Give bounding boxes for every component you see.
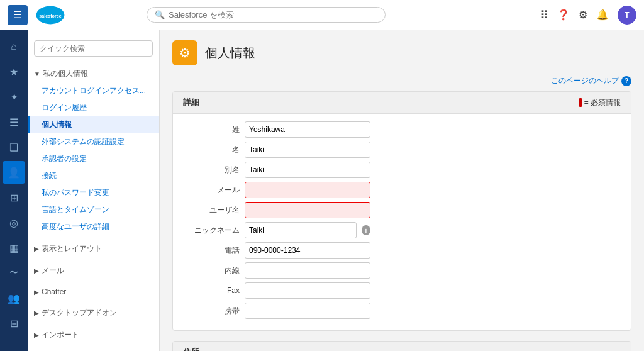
salesforce-logo: salesforce — [35, 4, 65, 26]
value-mobile[interactable] — [245, 303, 370, 319]
input-username[interactable] — [245, 202, 370, 218]
label-first-name: 名 — [183, 145, 240, 155]
global-search-input[interactable] — [169, 10, 377, 20]
required-bar-icon — [579, 98, 582, 107]
chevron-right-icon-3: ▶ — [34, 289, 39, 296]
chevron-down-icon: ▼ — [34, 70, 40, 77]
nav-section-display-header[interactable]: ▶ 表示とレイアウト — [28, 240, 159, 257]
input-nickname[interactable] — [245, 222, 357, 238]
nav-section-display: ▶ 表示とレイアウト — [28, 238, 159, 260]
label-email: メール — [183, 185, 240, 196]
value-alias[interactable] — [245, 162, 370, 178]
label-alias: 別名 — [183, 165, 240, 176]
nav-icon-trophy[interactable]: ★ — [3, 60, 25, 83]
nav-item-external-auth[interactable]: 外部システムの認証設定 — [28, 133, 159, 150]
user-avatar[interactable]: T — [618, 6, 636, 25]
input-first-name[interactable] — [245, 142, 370, 158]
nav-section-import-header[interactable]: ▶ インポート — [28, 326, 159, 343]
gear-icon-header: ⚙ — [172, 40, 197, 65]
nav-icon-db[interactable]: ⊟ — [3, 312, 25, 335]
help-icon[interactable]: ❓ — [557, 9, 570, 21]
nav-icon-target[interactable]: ◎ — [3, 211, 25, 234]
nav-section-desktop-header[interactable]: ▶ デスクトップアドオン — [28, 304, 159, 321]
nav-icon-star[interactable]: ✦ — [3, 86, 25, 108]
nav-section-import: ▶ インポート — [28, 324, 159, 346]
required-note-text: = 必須情報 — [584, 98, 621, 108]
settings-icon[interactable]: ⚙ — [579, 9, 587, 21]
page-help-link[interactable]: このページのヘルプ ? — [172, 75, 631, 86]
value-ext[interactable] — [245, 262, 370, 279]
field-row-nickname: ニックネーム i — [183, 222, 621, 238]
nav-section-desktop-label: デスクトップアドオン — [42, 308, 117, 318]
label-mobile: 携帯 — [183, 306, 240, 316]
nav-section-personal-label: 私の個人情報 — [43, 69, 88, 79]
nav-icon-list[interactable]: ☰ — [3, 111, 25, 133]
chevron-right-icon-2: ▶ — [34, 267, 39, 274]
nav-item-approver-settings[interactable]: 承認者の設定 — [28, 150, 159, 167]
nav-icon-home[interactable]: ⌂ — [3, 35, 25, 58]
nav-section-import-label: インポート — [42, 330, 79, 340]
nav-section-email-header[interactable]: ▶ メール — [28, 262, 159, 279]
input-last-name[interactable] — [245, 121, 370, 138]
page-help-text[interactable]: このページのヘルプ — [551, 75, 619, 86]
details-section-header: 詳細 = 必須情報 — [173, 92, 631, 114]
input-ext[interactable] — [245, 262, 370, 279]
value-email[interactable] — [245, 182, 370, 198]
input-alias[interactable] — [245, 162, 370, 178]
value-last-name[interactable] — [245, 121, 370, 138]
quick-search-input[interactable] — [34, 40, 153, 57]
address-section-card: 住所 国 郵便番号 都道府県 — [172, 341, 631, 351]
field-row-ext: 内線 — [183, 262, 621, 279]
required-note: = 必須情報 — [579, 98, 621, 108]
label-ext: 内線 — [183, 265, 240, 276]
label-phone: 電話 — [183, 245, 240, 256]
info-icon[interactable]: i — [362, 225, 370, 235]
top-navigation: ☰ salesforce 🔍 ⠿ ❓ ⚙ 🔔 T — [0, 0, 644, 30]
field-row-fax: Fax — [183, 282, 621, 299]
nav-item-account-login-access[interactable]: アカウントログインアクセス... — [28, 82, 159, 99]
hamburger-menu[interactable]: ☰ — [8, 5, 28, 25]
label-last-name: 姓 — [183, 125, 240, 135]
nav-item-connections[interactable]: 接続 — [28, 167, 159, 184]
page-title: 個人情報 — [205, 45, 255, 62]
details-form: 姓 名 別名 メ — [173, 114, 631, 330]
nav-item-personal-info[interactable]: 個人情報 — [28, 116, 159, 133]
global-search-bar[interactable]: 🔍 — [147, 7, 386, 23]
nav-icon-table[interactable]: ▦ — [3, 237, 25, 259]
value-fax[interactable] — [245, 282, 370, 299]
nav-icon-grid-small[interactable]: ⊞ — [3, 186, 25, 209]
input-fax[interactable] — [245, 282, 370, 299]
page-header: ⚙ 個人情報 — [172, 40, 631, 65]
input-phone[interactable] — [245, 242, 370, 259]
nav-icon-user[interactable]: 👤 — [3, 161, 25, 184]
nav-section-personal-header[interactable]: ▼ 私の個人情報 — [28, 65, 159, 82]
value-first-name[interactable] — [245, 142, 370, 158]
main-content-area: ⚙ 個人情報 このページのヘルプ ? 詳細 = 必須情報 姓 — [160, 30, 644, 351]
label-nickname: ニックネーム — [183, 225, 240, 236]
value-phone[interactable] — [245, 242, 370, 259]
nav-icon-copy[interactable]: ❑ — [3, 136, 25, 159]
nav-item-language-timezone[interactable]: 言語とタイムゾーン — [28, 201, 159, 218]
field-row-alias: 別名 — [183, 162, 621, 178]
top-nav-right-icons: ⠿ ❓ ⚙ 🔔 T — [540, 6, 636, 25]
input-mobile[interactable] — [245, 303, 370, 319]
field-row-first-name: 名 — [183, 142, 621, 158]
field-row-phone: 電話 — [183, 242, 621, 259]
nav-item-password-change[interactable]: 私のパスワード変更 — [28, 184, 159, 201]
nav-icon-pulse[interactable]: 〜 — [3, 262, 25, 284]
notifications-icon[interactable]: 🔔 — [596, 9, 609, 21]
nav-item-advanced-user[interactable]: 高度なユーザの詳細 — [28, 218, 159, 235]
apps-grid-icon[interactable]: ⠿ — [540, 8, 548, 22]
value-username[interactable] — [245, 202, 370, 218]
nav-item-login-history[interactable]: ログイン履歴 — [28, 99, 159, 116]
sidebar-icon-rail: ⌂ ★ ✦ ☰ ❑ 👤 ⊞ ◎ ▦ 〜 👥 ⊟ — [0, 30, 28, 351]
value-nickname[interactable]: i — [245, 222, 370, 238]
details-section-title: 詳細 — [183, 97, 199, 108]
nav-icon-people[interactable]: 👥 — [3, 287, 25, 309]
quick-search-container[interactable] — [28, 36, 159, 63]
field-row-username: ユーザ名 — [183, 202, 621, 218]
nav-section-chatter-header[interactable]: ▶ Chatter — [28, 284, 159, 299]
chevron-right-icon-5: ▶ — [34, 332, 39, 338]
input-email[interactable] — [245, 182, 370, 198]
nav-section-chatter-label: Chatter — [42, 287, 66, 296]
